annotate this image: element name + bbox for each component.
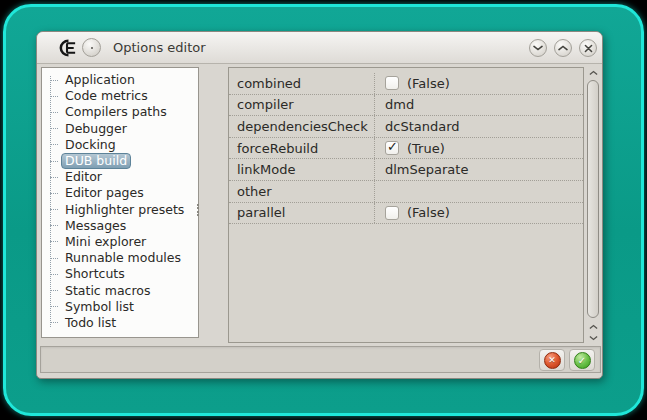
property-value-text: dmd [385, 97, 414, 112]
property-value[interactable]: dmd [375, 95, 583, 116]
tree-branch-line [50, 128, 58, 129]
sidebar-item-editor[interactable]: Editor [42, 169, 198, 185]
tree-branch-line [50, 112, 58, 113]
sidebar-item-runnable-modules[interactable]: Runnable modules [42, 250, 198, 266]
cancel-button[interactable]: ✕ [539, 349, 565, 371]
property-name: parallel [229, 203, 375, 224]
sidebar-item-label: Code metrics [61, 88, 152, 104]
sidebar-item-label: Mini explorer [61, 234, 150, 250]
sidebar-item-static-macros[interactable]: Static macros [42, 282, 198, 298]
scroll-down-button[interactable] [584, 333, 602, 343]
sidebar-item-label: Highlighter presets [61, 202, 188, 218]
vertical-scrollbar[interactable] [584, 67, 602, 343]
cancel-icon: ✕ [544, 352, 561, 369]
scrollbar-thumb[interactable] [587, 80, 599, 318]
sidebar-item-label: Todo list [61, 315, 120, 331]
sidebar-item-label: Symbol list [61, 299, 138, 315]
options-editor-window: Options editor ApplicationCode metricsCo… [36, 31, 603, 379]
close-button[interactable] [579, 39, 597, 57]
property-row-combined[interactable]: combined(False) [229, 73, 583, 95]
property-name: dependenciesCheck [229, 116, 375, 137]
window-menu-icon[interactable] [82, 38, 101, 57]
sidebar-item-highlighter-presets[interactable]: Highlighter presets [42, 202, 198, 218]
sidebar-item-mini-explorer[interactable]: Mini explorer [42, 234, 198, 250]
sidebar-item-code-metrics[interactable]: Code metrics [42, 88, 198, 104]
property-row-parallel[interactable]: parallel(False) [229, 203, 583, 225]
roll-up-button[interactable] [554, 39, 572, 57]
property-value-text: (True) [407, 141, 445, 156]
sidebar-item-label: Editor pages [61, 185, 148, 201]
roll-down-button[interactable] [529, 39, 547, 57]
property-name: compiler [229, 95, 375, 116]
sidebar-item-application[interactable]: Application [42, 72, 198, 88]
sidebar-item-debugger[interactable]: Debugger [42, 121, 198, 137]
sidebar-item-dub-build[interactable]: DUB build [42, 153, 198, 169]
sidebar-item-editor-pages[interactable]: Editor pages [42, 185, 198, 201]
sidebar-item-label: Debugger [61, 121, 131, 137]
tree-branch-line [50, 161, 58, 162]
options-tree[interactable]: ApplicationCode metricsCompilers pathsDe… [41, 67, 199, 338]
sidebar-item-label: Docking [61, 137, 120, 153]
checkbox-checked[interactable]: ✓ [385, 141, 399, 155]
tree-branch-line [50, 290, 58, 291]
property-value-text: (False) [407, 76, 450, 91]
chevron-down-icon [589, 335, 598, 341]
property-row-dependenciesCheck[interactable]: dependenciesCheckdcStandard [229, 116, 583, 138]
sidebar-item-todo-list[interactable]: Todo list [42, 315, 198, 331]
property-row-compiler[interactable]: compilerdmd [229, 95, 583, 117]
coedit-logo-icon [57, 38, 78, 58]
tree-branch-line [50, 209, 58, 210]
splitter-grip[interactable] [197, 204, 203, 216]
sidebar-item-label: Static macros [61, 283, 154, 299]
property-grid[interactable]: combined(False)compilerdmddependenciesCh… [228, 67, 584, 343]
ok-button[interactable]: ✓ [569, 349, 595, 371]
check-icon: ✓ [387, 139, 398, 154]
tree-branch-line [50, 241, 58, 242]
scroll-up-button-bottom[interactable] [584, 322, 602, 332]
sidebar-item-shortcuts[interactable]: Shortcuts [42, 266, 198, 282]
property-row-other[interactable]: other [229, 181, 583, 203]
tree-branch-line [50, 274, 58, 275]
tree-branch-line [50, 96, 58, 97]
checkbox-unchecked[interactable] [385, 76, 399, 90]
checkbox-unchecked[interactable] [385, 206, 399, 220]
sidebar-item-symbol-list[interactable]: Symbol list [42, 299, 198, 315]
property-grid-rows: combined(False)compilerdmddependenciesCh… [229, 68, 583, 224]
property-name: other [229, 181, 375, 202]
property-value[interactable]: dcStandard [375, 116, 583, 137]
sidebar-item-messages[interactable]: Messages [42, 218, 198, 234]
tree-branch-line [50, 306, 58, 307]
sidebar-item-label: DUB build [61, 153, 131, 169]
property-name: forceRebuild [229, 138, 375, 159]
tree-branch-line [50, 322, 58, 323]
tree-branch-line [50, 177, 58, 178]
property-value[interactable]: (False) [375, 203, 583, 224]
property-value[interactable]: ✓(True) [375, 138, 583, 159]
tree-branch-line [50, 80, 58, 81]
property-value[interactable] [375, 181, 583, 202]
property-row-forceRebuild[interactable]: forceRebuild✓(True) [229, 138, 583, 160]
property-value-text: dlmSeparate [385, 162, 468, 177]
close-icon [584, 44, 593, 53]
sidebar-item-label: Messages [61, 218, 130, 234]
ok-icon: ✓ [574, 352, 591, 369]
titlebar[interactable]: Options editor [37, 32, 602, 64]
sidebar-item-label: Application [61, 72, 139, 88]
window-title: Options editor [113, 40, 206, 55]
property-row-linkMode[interactable]: linkModedlmSeparate [229, 159, 583, 181]
sidebar-item-label: Editor [61, 169, 106, 185]
sidebar-item-label: Runnable modules [61, 250, 185, 266]
property-name: combined [229, 73, 375, 94]
sidebar-item-label: Shortcuts [61, 266, 129, 282]
chevron-up-icon [589, 70, 598, 76]
tree-branch-line [50, 193, 58, 194]
scroll-up-button[interactable] [584, 68, 602, 78]
tree-branch-line [50, 144, 58, 145]
property-value-text: dcStandard [385, 119, 460, 134]
chevron-up-icon [558, 45, 568, 51]
property-value[interactable]: (False) [375, 73, 583, 94]
chevron-up-icon [589, 324, 598, 330]
sidebar-item-docking[interactable]: Docking [42, 137, 198, 153]
sidebar-item-compilers-paths[interactable]: Compilers paths [42, 104, 198, 120]
property-value[interactable]: dlmSeparate [375, 159, 583, 180]
